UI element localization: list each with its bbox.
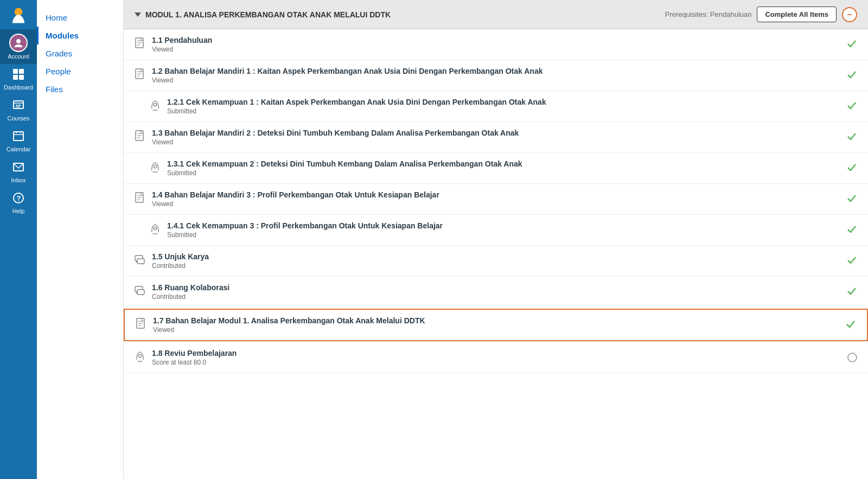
item-title: 1.2 Bahan Belajar Mandiri 1 : Kaitan Asp… (152, 67, 840, 75)
module-list-item[interactable]: 1.5 Unjuk KaryaContributed (124, 246, 868, 277)
module-list-item[interactable]: 1.1 PendahuluanViewed (124, 29, 868, 60)
complete-all-button[interactable]: Complete All Items (757, 7, 837, 22)
module-list-item[interactable]: 1.4.1 Cek Kemampuan 3 : Profil Perkemban… (124, 215, 868, 246)
avatar (9, 34, 28, 52)
main-content: MODUL 1. ANALISA PERKEMBANGAN OTAK ANAK … (124, 0, 868, 479)
item-title: 1.3 Bahan Belajar Mandiri 2 : Deteksi Di… (152, 129, 840, 137)
module-items-list: 1.1 PendahuluanViewed 1.2 Bahan Belajar … (124, 29, 868, 373)
item-check-icon (846, 223, 857, 237)
item-title: 1.8 Reviu Pembelajaran (152, 349, 841, 357)
nav-item-courses[interactable]: Courses (0, 95, 37, 126)
svg-point-23 (154, 227, 156, 229)
module-header: MODUL 1. ANALISA PERKEMBANGAN OTAK ANAK … (124, 0, 868, 29)
module-list-item[interactable]: 1.2.1 Cek Kemampuan 1 : Kaitan Aspek Per… (124, 91, 868, 122)
svg-point-19 (154, 103, 156, 106)
item-title: 1.4 Bahan Belajar Mandiri 3 : Profil Per… (152, 190, 840, 199)
course-nav-home[interactable]: Home (37, 9, 123, 27)
item-subtitle: Viewed (152, 76, 840, 84)
item-title: 1.6 Ruang Kolaborasi (152, 283, 840, 292)
prereq-text: Prerequisites: Pendahuluan (665, 10, 752, 18)
item-title: 1.5 Unjuk Karya (152, 252, 840, 261)
dashboard-icon (12, 68, 24, 83)
app-logo[interactable] (7, 4, 30, 27)
svg-rect-25 (137, 259, 144, 264)
item-check-icon (845, 318, 856, 332)
quiz-icon (135, 350, 145, 365)
module-title: MODUL 1. ANALISA PERKEMBANGAN OTAK ANAK … (145, 10, 391, 19)
svg-text:?: ? (17, 194, 21, 202)
item-title: 1.1 Pendahuluan (152, 36, 840, 44)
inbox-icon (12, 161, 24, 176)
item-subtitle: Submitted (167, 107, 840, 115)
course-nav: Home Modules Grades People Files (37, 0, 124, 479)
item-check-icon (846, 162, 857, 175)
item-title: 1.3.1 Cek Kemampuan 2 : Deteksi Dini Tum… (167, 159, 840, 168)
nav-item-help[interactable]: ? Help (0, 188, 37, 219)
svg-rect-4 (13, 75, 18, 80)
document-icon (135, 130, 145, 144)
quiz-icon (150, 99, 161, 113)
item-subtitle: Viewed (152, 46, 840, 53)
svg-rect-5 (19, 75, 24, 80)
svg-rect-3 (19, 69, 24, 74)
svg-point-1 (16, 39, 21, 43)
chat-icon (135, 254, 145, 267)
nav-item-inbox[interactable]: Inbox (0, 157, 37, 188)
module-collapse-icon[interactable] (135, 12, 141, 17)
module-list-item[interactable]: 1.7 Bahan Belajar Modul 1. Analisa Perke… (124, 309, 868, 341)
course-nav-modules[interactable]: Modules (37, 27, 123, 44)
document-icon (136, 318, 146, 332)
document-icon (135, 68, 145, 82)
help-icon: ? (12, 192, 24, 207)
item-subtitle: Contributed (152, 262, 840, 270)
svg-rect-10 (14, 132, 23, 140)
course-nav-files[interactable]: Files (37, 80, 123, 98)
nav-dashboard-label: Dashboard (4, 84, 33, 91)
module-header-left: MODUL 1. ANALISA PERKEMBANGAN OTAK ANAK … (135, 10, 391, 19)
nav-item-dashboard[interactable]: Dashboard (0, 64, 37, 95)
svg-point-21 (154, 165, 156, 168)
nav-item-account[interactable]: Account (0, 29, 37, 64)
chat-icon (135, 285, 145, 298)
course-nav-grades[interactable]: Grades (37, 44, 123, 62)
global-nav: Account Dashboard Courses Calendar Inbox… (0, 0, 37, 479)
nav-help-label: Help (12, 208, 25, 214)
course-nav-people[interactable]: People (37, 62, 123, 80)
minus-button[interactable]: − (842, 7, 857, 22)
item-title: 1.2.1 Cek Kemampuan 1 : Kaitan Aspek Per… (167, 98, 840, 106)
nav-inbox-label: Inbox (11, 177, 26, 183)
quiz-icon (150, 223, 161, 237)
module-list-item[interactable]: 1.3.1 Cek Kemampuan 2 : Deteksi Dini Tum… (124, 153, 868, 184)
item-subtitle: Submitted (167, 169, 840, 177)
item-check-icon (846, 69, 857, 82)
module-list-item[interactable]: 1.3 Bahan Belajar Mandiri 2 : Deteksi Di… (124, 122, 868, 153)
item-subtitle: Contributed (152, 293, 840, 301)
nav-item-calendar[interactable]: Calendar (0, 126, 37, 157)
calendar-icon (12, 130, 24, 145)
item-check-icon (846, 100, 857, 113)
document-icon (135, 37, 145, 52)
item-title: 1.4.1 Cek Kemampuan 3 : Profil Perkemban… (167, 221, 840, 230)
module-list-item[interactable]: 1.8 Reviu PembelajaranScore at least 80.… (124, 342, 868, 373)
item-check-icon (846, 254, 857, 268)
item-check-icon (846, 285, 857, 299)
item-subtitle: Viewed (152, 200, 840, 208)
module-list-item[interactable]: 1.6 Ruang KolaborasiContributed (124, 277, 868, 308)
nav-account-label: Account (8, 53, 29, 60)
nav-courses-label: Courses (8, 115, 30, 122)
item-subtitle: Score at least 80.0 (152, 359, 841, 366)
document-icon (135, 192, 145, 206)
item-check-icon (846, 131, 857, 144)
item-incomplete-icon (847, 353, 857, 362)
svg-rect-2 (13, 69, 18, 74)
svg-rect-6 (14, 101, 23, 108)
svg-point-29 (138, 354, 141, 357)
item-subtitle: Submitted (167, 231, 840, 239)
svg-rect-27 (137, 290, 144, 295)
item-check-icon (846, 38, 857, 52)
module-list-item[interactable]: 1.4 Bahan Belajar Mandiri 3 : Profil Per… (124, 184, 868, 215)
quiz-icon (150, 161, 161, 175)
item-title: 1.7 Bahan Belajar Modul 1. Analisa Perke… (153, 316, 839, 325)
module-list-item[interactable]: 1.2 Bahan Belajar Mandiri 1 : Kaitan Asp… (124, 60, 868, 91)
item-subtitle: Viewed (152, 138, 840, 146)
